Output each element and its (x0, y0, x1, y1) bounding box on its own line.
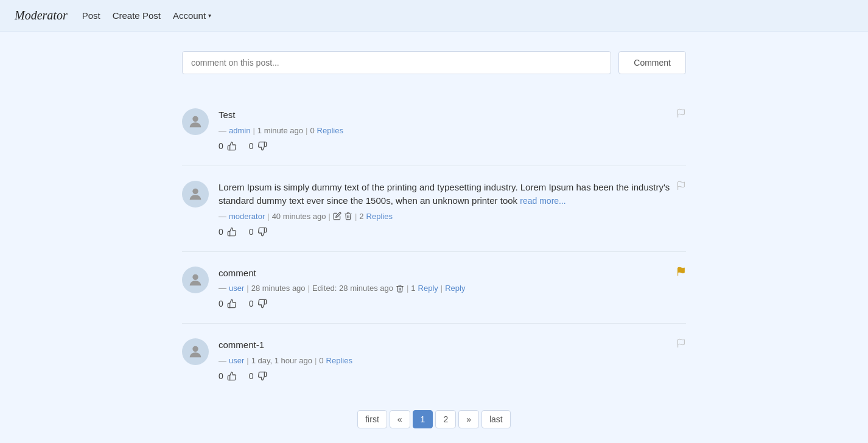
comment-time: 28 minutes ago (251, 284, 306, 293)
reply-count: 0 (319, 356, 323, 365)
comment-author[interactable]: moderator (229, 212, 265, 221)
pagination-page-2[interactable]: 2 (435, 410, 456, 428)
comment-text: comment-1 (219, 338, 686, 352)
downvote-button[interactable] (257, 227, 267, 237)
replies-link[interactable]: Replies (317, 126, 343, 135)
comment-meta: — moderator | 40 minutes ago| | 2 Replie… (219, 212, 686, 221)
avatar (182, 108, 209, 135)
navbar: Moderator Post Create Post Account ▾ (0, 0, 868, 32)
comment-body: Test — admin | 1 minute ago| 0 Replies 0… (219, 108, 686, 151)
comments-list: Test — admin | 1 minute ago| 0 Replies 0… (182, 94, 686, 396)
reply-count: 2 (359, 212, 363, 221)
upvote-button[interactable] (227, 299, 237, 309)
svg-point-6 (192, 346, 198, 352)
upvote-button[interactable] (227, 141, 237, 151)
meta-sep4: | (407, 284, 408, 293)
meta-dash: — (219, 356, 226, 365)
pagination-first[interactable]: first (357, 410, 387, 428)
upvote-group: 0 (219, 141, 237, 151)
edit-button[interactable] (333, 212, 341, 220)
meta-sep4: | (355, 212, 357, 221)
comment-item: Test — admin | 1 minute ago| 0 Replies 0… (182, 94, 686, 166)
comment-time: 1 day, 1 hour ago (251, 356, 312, 365)
downvote-group: 0 (249, 371, 267, 381)
avatar (182, 181, 209, 208)
downvote-count: 0 (249, 141, 254, 151)
meta-sep3: | (329, 212, 331, 221)
replies-link[interactable]: Replies (366, 212, 393, 221)
brand-logo[interactable]: Moderator (15, 9, 68, 23)
pagination: first«12»last (182, 396, 686, 433)
downvote-count: 0 (249, 227, 254, 237)
pagination-prev[interactable]: « (390, 410, 410, 428)
vote-row: 0 0 (219, 227, 686, 237)
upvote-count: 0 (219, 227, 223, 237)
meta-dash: — (219, 212, 226, 221)
flag-button[interactable] (676, 338, 686, 350)
upvote-button[interactable] (227, 227, 237, 237)
nav-account-dropdown[interactable]: Account ▾ (173, 10, 211, 21)
downvote-group: 0 (249, 141, 267, 151)
meta-sep4: | (315, 356, 317, 365)
nav-create-post[interactable]: Create Post (113, 10, 161, 21)
downvote-group: 0 (249, 299, 267, 309)
delete-button[interactable] (344, 212, 352, 220)
avatar (182, 267, 209, 293)
vote-row: 0 0 (219, 299, 686, 309)
svg-point-2 (192, 188, 198, 194)
downvote-button[interactable] (257, 299, 267, 309)
pagination-page-1[interactable]: 1 (413, 410, 433, 428)
meta-sep: | (253, 126, 254, 135)
pagination-next[interactable]: » (458, 410, 479, 428)
reply-count: 0 (310, 126, 314, 135)
upvote-button[interactable] (227, 371, 237, 381)
comment-input[interactable] (182, 51, 611, 74)
comment-input-row: Comment (182, 51, 686, 74)
comment-item: comment-1 — user | 1 day, 1 hour ago| 0 … (182, 324, 686, 396)
meta-sep: | (247, 284, 248, 293)
meta-sep5: | (441, 284, 443, 293)
flag-button[interactable] (676, 108, 686, 120)
downvote-button[interactable] (257, 371, 267, 381)
comment-body: comment — user | 28 minutes ago| Edited:… (219, 267, 686, 309)
comment-item: comment — user | 28 minutes ago| Edited:… (182, 252, 686, 324)
delete-button[interactable] (396, 284, 404, 293)
comment-meta: — user | 28 minutes ago| Edited: 28 minu… (219, 284, 686, 293)
comment-text: comment (219, 267, 686, 281)
downvote-count: 0 (249, 371, 254, 381)
chevron-down-icon: ▾ (208, 12, 211, 19)
upvote-count: 0 (219, 371, 223, 381)
comment-submit-button[interactable]: Comment (618, 51, 686, 74)
downvote-count: 0 (249, 299, 254, 309)
nav-post[interactable]: Post (82, 10, 100, 21)
vote-row: 0 0 (219, 371, 686, 381)
read-more-link[interactable]: read more... (520, 196, 565, 206)
comment-time: 1 minute ago (257, 126, 303, 135)
comment-author[interactable]: admin (229, 126, 250, 135)
flag-button[interactable] (676, 267, 686, 278)
comment-meta: — user | 1 day, 1 hour ago| 0 Replies (219, 356, 686, 365)
upvote-count: 0 (219, 299, 223, 309)
meta-sep4: | (306, 126, 307, 135)
comment-body: Lorem Ipsum is simply dummy text of the … (219, 181, 686, 237)
comment-text: Lorem Ipsum is simply dummy text of the … (219, 181, 686, 208)
nav-account-label: Account (173, 10, 206, 21)
downvote-button[interactable] (257, 141, 267, 151)
upvote-group: 0 (219, 227, 237, 237)
comment-text: Test (219, 108, 686, 122)
meta-sep: | (247, 356, 248, 365)
comment-item: Lorem Ipsum is simply dummy text of the … (182, 166, 686, 252)
avatar (182, 338, 209, 365)
meta-dash: — (219, 126, 226, 135)
comment-author[interactable]: user (229, 356, 244, 365)
meta-sep2: | (308, 284, 310, 293)
meta-dash: — (219, 284, 226, 293)
upvote-count: 0 (219, 141, 223, 151)
comment-author[interactable]: user (229, 284, 244, 293)
replies-link[interactable]: Reply (418, 284, 438, 293)
flag-button[interactable] (676, 181, 686, 192)
pagination-last[interactable]: last (481, 410, 511, 428)
svg-point-0 (192, 116, 198, 122)
replies-link[interactable]: Replies (326, 356, 352, 365)
reply-link[interactable]: Reply (445, 284, 465, 293)
